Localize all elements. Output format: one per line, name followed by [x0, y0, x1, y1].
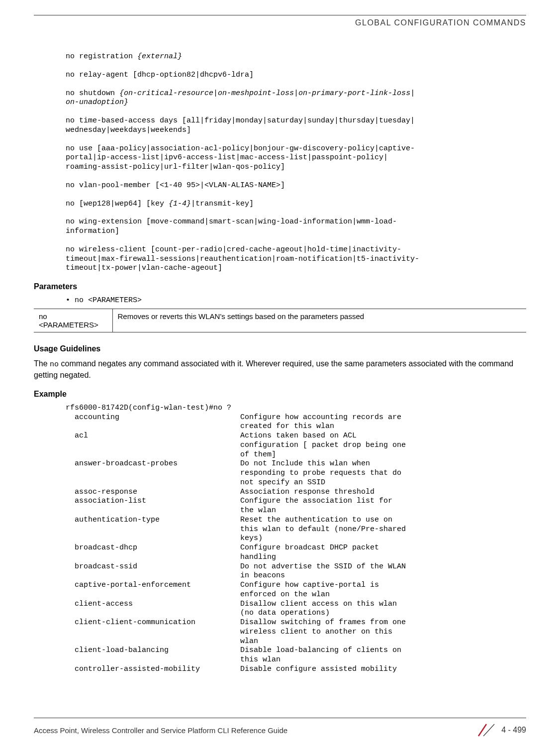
usage-paragraph: The no command negates any command assoc…	[34, 358, 526, 381]
footer-rule	[34, 718, 526, 718]
code-text: no registration	[66, 52, 137, 61]
code-param: {external}	[137, 52, 182, 61]
syntax-line-wing-extension: no wing-extension [move-command|smart-sc…	[66, 217, 526, 236]
code-text: no [wep128|wep64] [key	[66, 200, 169, 208]
syntax-line-vlan-pool: no vlan-pool-member [<1-40 95>|<VLAN-ALI…	[66, 181, 526, 191]
parameter-bullet: • no <PARAMETERS>	[66, 296, 526, 305]
code-param: {1-4}	[169, 200, 191, 208]
footer-mark-icon	[477, 723, 495, 737]
doc-title: Access Point, Wireless Controller and Se…	[34, 726, 287, 735]
header-rule	[34, 15, 526, 15]
usage-post: command negates any command associated w…	[34, 359, 513, 379]
code-text: |transmit-key]	[191, 200, 254, 208]
footer-right: 4 - 499	[477, 723, 526, 737]
parameters-table: no <PARAMETERS> Removes or reverts this …	[34, 309, 526, 332]
page-footer: Access Point, Wireless Controller and Se…	[34, 718, 526, 737]
usage-mono: no	[50, 360, 59, 369]
param-name-cell: no <PARAMETERS>	[34, 309, 112, 332]
syntax-line-registration: no registration {external}	[66, 52, 526, 62]
syntax-line-shutdown: no shutdown {on-critical-resource|on-mes…	[66, 89, 526, 108]
page-number: 4 - 499	[501, 726, 526, 735]
syntax-line-wireless-client: no wireless-client [count-per-radio|cred…	[66, 245, 526, 273]
example-heading: Example	[34, 390, 526, 399]
table-row: no <PARAMETERS> Removes or reverts this …	[34, 309, 526, 332]
parameters-heading: Parameters	[34, 282, 526, 291]
usage-pre: The	[34, 359, 50, 368]
syntax-line-wep: no [wep128|wep64] [key {1-4}|transmit-ke…	[66, 200, 526, 209]
syntax-line-use: no use [aaa-policy|association-acl-polic…	[66, 144, 526, 172]
chapter-title: GLOBAL CONFIGURATION COMMANDS	[34, 18, 526, 27]
usage-heading: Usage Guidelines	[34, 344, 526, 353]
syntax-line-relay-agent: no relay-agent [dhcp-option82|dhcpv6-ldr…	[66, 71, 526, 80]
syntax-line-time-based-access: no time-based-access days [all|friday|mo…	[66, 116, 526, 135]
code-text: no shutdown	[66, 89, 119, 98]
example-output: rfs6000-81742D(config-wlan-test)#no ? ac…	[66, 404, 526, 674]
param-desc-cell: Removes or reverts this WLAN's settings …	[112, 309, 526, 332]
footer-row: Access Point, Wireless Controller and Se…	[34, 723, 526, 737]
content-area: no registration {external} no relay-agen…	[66, 52, 526, 674]
